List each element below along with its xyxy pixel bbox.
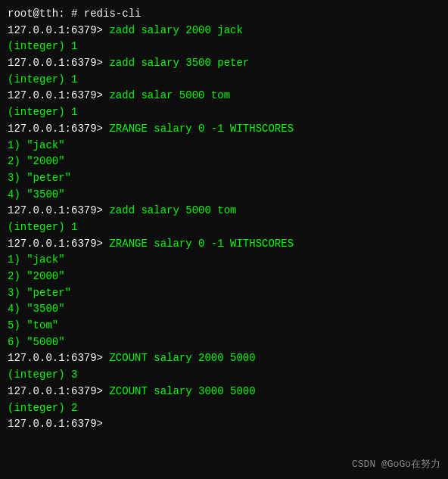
terminal-line: 6) "5000" [8,334,440,351]
terminal-line: 127.0.0.1:6379> [8,416,440,433]
terminal-window: root@tth: # redis-cli127.0.0.1:6379> zad… [0,0,448,479]
watermark: CSDN @GoGo在努力 [352,457,440,472]
terminal-line: 4) "3500" [8,301,440,318]
terminal-line: 1) "jack" [8,252,440,269]
terminal-line: 1) "jack" [8,138,440,154]
terminal-line: 127.0.0.1:6379> zadd salar 5000 tom [8,88,440,104]
terminal-line: 127.0.0.1:6379> ZRANGE salary 0 -1 WITHS… [8,121,440,138]
terminal-line: 127.0.0.1:6379> ZCOUNT salary 2000 5000 [8,350,440,367]
terminal-line: root@tth: # redis-cli [8,6,440,23]
terminal-line: 127.0.0.1:6379> zadd salary 3500 peter [8,55,440,72]
terminal-line: 2) "2000" [8,154,440,170]
terminal-line: 127.0.0.1:6379> zadd salary 2000 jack [8,23,440,39]
terminal-line: 5) "tom" [8,318,440,334]
terminal-line: 127.0.0.1:6379> ZRANGE salary 0 -1 WITHS… [8,236,440,253]
terminal-line: 3) "peter" [8,285,440,302]
terminal-line: (integer) 1 [8,39,440,55]
terminal-line: (integer) 2 [8,400,440,417]
terminal-line: 127.0.0.1:6379> zadd salary 5000 tom [8,203,440,219]
terminal-line: (integer) 3 [8,367,440,384]
terminal-content: root@tth: # redis-cli127.0.0.1:6379> zad… [8,6,440,433]
terminal-line: (integer) 1 [8,72,440,89]
terminal-line: 127.0.0.1:6379> ZCOUNT salary 3000 5000 [8,384,440,400]
terminal-line: 2) "2000" [8,269,440,285]
terminal-line: 3) "peter" [8,170,440,187]
terminal-line: 4) "3500" [8,187,440,204]
terminal-line: (integer) 1 [8,104,440,121]
terminal-line: (integer) 1 [8,219,440,236]
